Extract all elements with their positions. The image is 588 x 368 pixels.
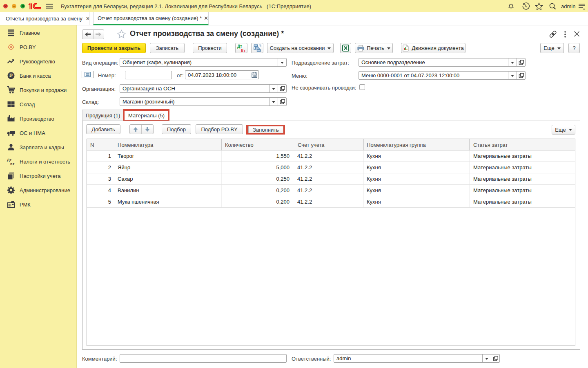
svg-text:P: P (9, 73, 13, 79)
svg-text:Кт: Кт (10, 162, 15, 166)
svg-text:Кт: Кт (241, 48, 245, 52)
svg-text:Дт: Дт (237, 44, 242, 49)
